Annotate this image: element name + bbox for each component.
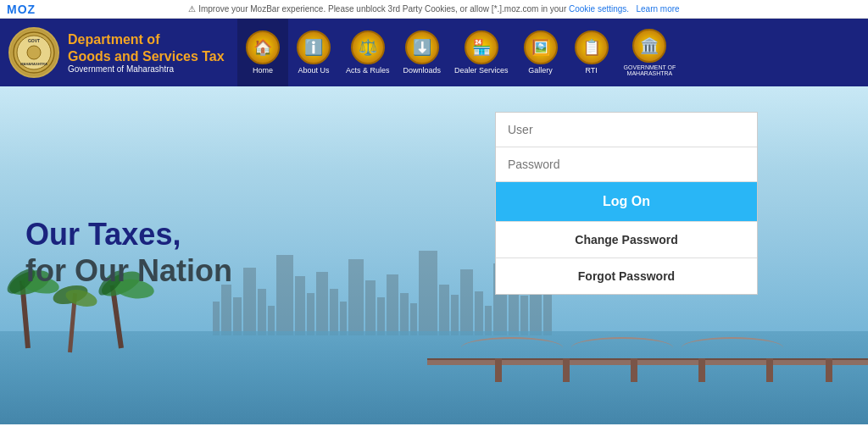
nav-home-label: Home [253, 66, 273, 75]
header: GOVT MAHARASHTRA Department of Goods and… [0, 19, 868, 86]
cookie-settings-link[interactable]: Cookie settings. [569, 4, 629, 14]
gov-mh-nav-icon: 🏛️ [632, 29, 666, 63]
learn-more-link[interactable]: Learn more [637, 4, 680, 14]
moz-notice: ⚠ Improve your MozBar experience. Please… [188, 4, 679, 14]
gallery-nav-icon: 🖼️ [524, 30, 558, 64]
palm-tree-3 [119, 285, 124, 348]
rti-nav-icon: 📋 [575, 30, 609, 64]
svg-point-2 [27, 46, 41, 59]
home-nav-icon: 🏠 [246, 30, 280, 64]
about-nav-icon: ℹ️ [297, 30, 331, 64]
dept-sub: Government of Maharashtra [68, 64, 225, 74]
user-input[interactable] [496, 113, 757, 147]
hero-text: Our Taxes, for Our Nation [25, 216, 232, 289]
nav-home[interactable]: 🏠 Home [237, 19, 288, 86]
palm-tree-right [68, 293, 72, 352]
nav-dealer-label: Dealer Services [454, 66, 509, 75]
svg-text:MAHARASHTRA: MAHARASHTRA [20, 62, 47, 66]
nav-about-label: About Us [298, 66, 329, 75]
nav-gov-mh[interactable]: 🏛️ GOVERNMENT OFMAHARASHTRA [617, 19, 683, 86]
nav-gallery[interactable]: 🖼️ Gallery [515, 19, 566, 86]
tagline-line2: for Our Nation [25, 252, 232, 289]
login-box: Log On Change Password Forgot Password [495, 112, 758, 295]
moz-logo: MOZ [7, 3, 36, 16]
moz-bar: MOZ ⚠ Improve your MozBar experience. Pl… [0, 0, 868, 19]
dept-info: Department of Goods and Services Tax Gov… [68, 31, 225, 73]
hero-section: Our Taxes, for Our Nation Log On Change … [0, 86, 868, 424]
forgot-password-button[interactable]: Forgot Password [496, 257, 757, 294]
password-input[interactable] [496, 147, 757, 182]
dept-line2: Goods and Services Tax [68, 49, 225, 64]
palm-tree-left [25, 280, 31, 348]
nav-downloads-label: Downloads [403, 66, 442, 75]
svg-text:GOVT: GOVT [28, 38, 40, 43]
dealer-nav-icon: 🏪 [465, 30, 498, 64]
acts-nav-icon: ⚖️ [351, 30, 385, 64]
nav-downloads[interactable]: ⬇️ Downloads [397, 19, 448, 86]
nav-dealer[interactable]: 🏪 Dealer Services [448, 19, 515, 86]
logo-section: GOVT MAHARASHTRA Department of Goods and… [0, 27, 237, 78]
tagline-line1: Our Taxes, [25, 216, 232, 252]
dept-line1: Department of [68, 32, 159, 47]
nav-about[interactable]: ℹ️ About Us [288, 19, 339, 86]
logon-button[interactable]: Log On [496, 182, 757, 221]
maharashtra-seal: GOVT MAHARASHTRA [8, 27, 59, 78]
change-password-button[interactable]: Change Password [496, 221, 757, 257]
nav-acts-label: Acts & Rules [346, 66, 390, 75]
downloads-nav-icon: ⬇️ [405, 30, 439, 64]
nav-gov-mh-label: GOVERNMENT OFMAHARASHTRA [624, 64, 676, 76]
nav-rti[interactable]: 📋 RTI [566, 19, 617, 86]
nav-acts[interactable]: ⚖️ Acts & Rules [339, 19, 397, 86]
nav-gallery-label: Gallery [528, 66, 553, 75]
nav-bar: 🏠 Home ℹ️ About Us ⚖️ Acts & Rules ⬇️ Do… [237, 19, 868, 86]
nav-rti-label: RTI [585, 66, 597, 75]
